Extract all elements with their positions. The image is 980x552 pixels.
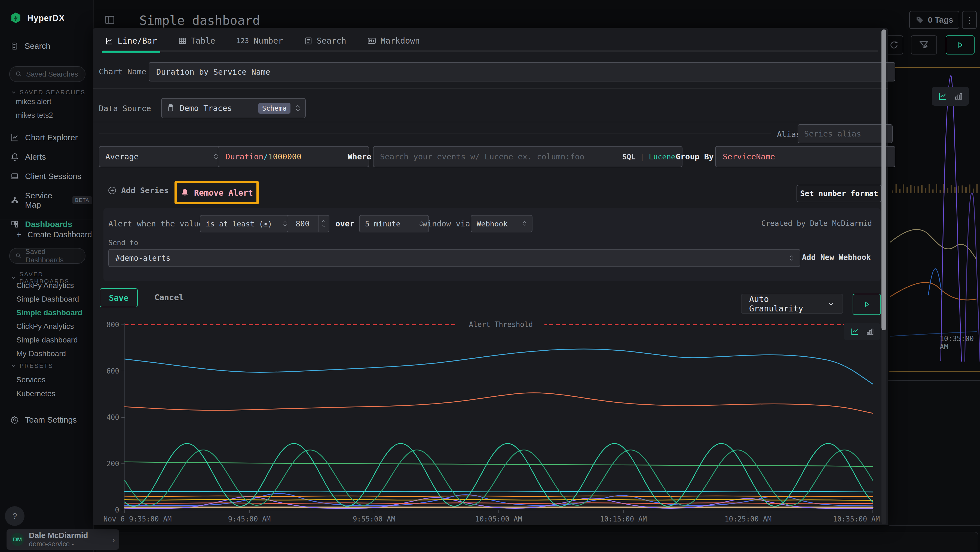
saved-dashboard-item[interactable]: Simple dashboard xyxy=(16,308,83,317)
preset-item-kubernetes[interactable]: Kubernetes xyxy=(16,389,55,398)
save-button[interactable]: Save xyxy=(100,288,138,307)
remove-alert-button[interactable]: Remove Alert xyxy=(177,183,256,202)
saved-dashboards-placeholder: Saved Dashboards xyxy=(25,247,80,264)
modal-scrollbar[interactable] xyxy=(881,29,886,524)
sidebar-item-dashboards[interactable]: Dashboards xyxy=(10,220,92,229)
select-chevrons-icon xyxy=(295,105,300,112)
saved-dashboard-item[interactable]: Simple dashboard xyxy=(16,336,83,345)
user-card[interactable]: DM Dale McDiarmid demo-service - › xyxy=(6,529,119,550)
tab-line-bar[interactable]: Line/Bar xyxy=(103,32,159,51)
sql-toggle[interactable]: SQL xyxy=(622,153,636,161)
tab-search[interactable]: Search xyxy=(303,32,348,51)
field-expression-input[interactable]: Duration/1000000 xyxy=(218,146,369,167)
add-series-button[interactable]: Add Series xyxy=(108,186,169,195)
search-icon xyxy=(15,252,22,259)
webhook-select[interactable]: #demo-alerts xyxy=(108,249,800,267)
background-chart xyxy=(888,68,980,370)
run-query-button[interactable] xyxy=(946,35,975,54)
dashboard-menu-button[interactable]: ⋮ xyxy=(962,11,977,29)
brand-name: HyperDX xyxy=(27,13,65,23)
sidebar-item-service-map[interactable]: Service MapBETA xyxy=(10,191,92,209)
add-series-label: Add Series xyxy=(121,186,169,195)
create-dashboard-button[interactable]: + Create Dashboard xyxy=(16,230,92,240)
modal-run-button[interactable] xyxy=(853,294,881,315)
alert-window-select[interactable]: 5 minute xyxy=(359,215,429,232)
aggregation-select[interactable]: Average xyxy=(99,146,224,167)
modal-chart-type-toggle[interactable] xyxy=(844,323,880,340)
webhook-value: #demo-alerts xyxy=(115,254,789,263)
set-number-format-button[interactable]: Set number format xyxy=(797,185,882,202)
team-settings-label: Team Settings xyxy=(25,415,77,424)
tab-markdown[interactable]: Markdown xyxy=(366,32,422,51)
chart-type-tabs: Line/BarTable123NumberSearchMarkdown xyxy=(103,32,422,51)
saved-searches-header-label: SAVED SEARCHES xyxy=(20,89,86,96)
svg-text:400: 400 xyxy=(107,413,119,421)
sidebar-item-chart-explorer[interactable]: Chart Explorer xyxy=(10,133,92,142)
saved-dashboard-item[interactable]: ClickPy Analytics xyxy=(16,322,83,331)
modal-scrollbar-thumb[interactable] xyxy=(881,29,886,330)
edit-chart-modal: Line/BarTable123NumberSearchMarkdown Cha… xyxy=(93,28,888,525)
saved-search-item[interactable]: mikes alert xyxy=(16,97,53,106)
nav-label: Service Map xyxy=(25,191,67,209)
alert-threshold-input[interactable]: 800 xyxy=(286,215,329,232)
saved-search-item[interactable]: mikes tets2 xyxy=(16,111,53,120)
line-chart-icon[interactable] xyxy=(850,327,859,336)
saved-dashboard-item[interactable]: ClickPy Analytics xyxy=(16,281,83,290)
nav-label: Chart Explorer xyxy=(25,133,78,142)
saved-searches-header[interactable]: SAVED SEARCHES xyxy=(11,89,86,96)
background-chart-panel xyxy=(887,67,980,372)
sidebar-item-search[interactable]: Search xyxy=(10,41,50,51)
preset-item-services[interactable]: Services xyxy=(16,375,55,384)
saved-dashboard-item[interactable]: My Dashboard xyxy=(16,349,83,358)
alert-threshold-value: 800 xyxy=(287,219,318,228)
sidebar-collapse-button[interactable] xyxy=(103,14,116,26)
set-number-format-label: Set number format xyxy=(800,189,878,198)
background-chart-type-toggle[interactable] xyxy=(932,87,969,106)
cancel-button[interactable]: Cancel xyxy=(154,293,184,302)
bar-chart-icon[interactable] xyxy=(954,91,963,101)
123-icon: 123 xyxy=(237,37,249,45)
tags-button[interactable]: 0 Tags xyxy=(909,11,959,29)
user-name: Dale McDiarmid xyxy=(29,531,107,540)
chart-name-input[interactable]: Duration by Service Name xyxy=(149,62,895,81)
sidebar-item-alerts[interactable]: Alerts xyxy=(10,152,92,161)
add-new-webhook-button[interactable]: Add New Webhook xyxy=(802,253,871,262)
tab-label: Line/Bar xyxy=(118,36,157,46)
background-bottom-panel xyxy=(96,532,978,552)
where-search-input[interactable]: Search your events w/ Lucene ex. column:… xyxy=(373,146,682,167)
granularity-select[interactable]: Auto Granularity xyxy=(741,294,843,314)
tab-underline-track xyxy=(103,50,878,52)
tab-table[interactable]: Table xyxy=(177,32,217,51)
group-by-input[interactable]: ServiceName xyxy=(715,146,895,167)
where-label: Where xyxy=(348,152,371,161)
data-source-value: Demo Traces xyxy=(180,104,253,113)
tab-number[interactable]: 123Number xyxy=(235,32,285,51)
number-spinner[interactable] xyxy=(318,215,329,232)
laptop-icon xyxy=(10,172,19,181)
svg-text:Alert Threshold: Alert Threshold xyxy=(469,321,533,329)
select-chevrons-icon xyxy=(789,255,793,261)
saved-searches-input[interactable]: Saved Searches xyxy=(9,66,86,82)
alert-channel-select[interactable]: Webhook xyxy=(471,215,533,232)
sidebar-item-team-settings[interactable]: Team Settings xyxy=(10,415,77,424)
bar-chart-icon[interactable] xyxy=(865,327,874,336)
alias-input[interactable]: Series alias xyxy=(798,124,892,143)
saved-dashboards-input[interactable]: Saved Dashboards xyxy=(9,248,86,264)
plus-circle-icon xyxy=(108,186,117,195)
data-source-select[interactable]: Demo Traces Schema xyxy=(161,98,306,118)
brand[interactable]: HyperDX xyxy=(10,12,65,24)
page-title: Simple dashboard xyxy=(139,13,260,28)
saved-searches-list: mikes alertmikes tets2 xyxy=(16,97,53,120)
filter-button[interactable] xyxy=(911,35,937,54)
alert-condition-select[interactable]: is at least (≥) xyxy=(200,215,293,232)
saved-dashboard-item[interactable]: Simple Dashboard xyxy=(16,295,83,303)
sidebar-item-client-sessions[interactable]: Client Sessions xyxy=(10,172,92,181)
remove-alert-label: Remove Alert xyxy=(194,188,253,198)
presets-header[interactable]: PRESETS xyxy=(11,362,53,369)
lucene-toggle[interactable]: Lucene xyxy=(649,153,675,161)
tab-label: Number xyxy=(253,36,283,46)
help-button[interactable]: ? xyxy=(5,506,24,526)
line-chart-icon[interactable] xyxy=(938,91,948,101)
sidebar: HyperDX Search Saved Searches SAVED SEAR… xyxy=(0,0,94,552)
create-dashboard-label: Create Dashboard xyxy=(27,230,92,239)
